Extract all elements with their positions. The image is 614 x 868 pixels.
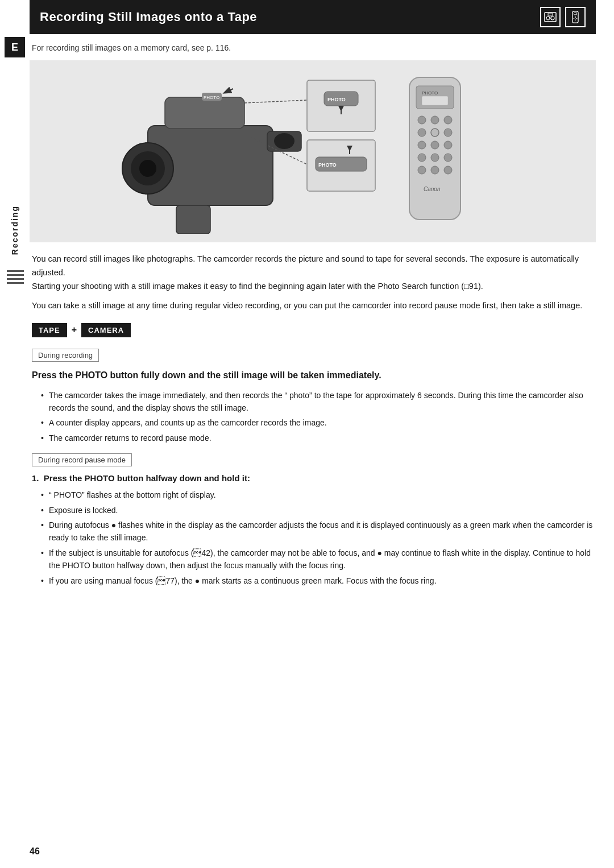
- plus-symbol: +: [72, 325, 77, 335]
- recording-label: Recording: [10, 205, 19, 255]
- svg-rect-38: [422, 96, 448, 105]
- during-pause-bullets: “ PHOTO” flashes at the bottom right of …: [30, 489, 596, 587]
- svg-text:Canon: Canon: [424, 186, 441, 192]
- svg-line-33: [244, 100, 307, 103]
- svg-point-51: [418, 166, 426, 174]
- svg-rect-18: [176, 205, 210, 234]
- tape-badge: TAPE: [32, 323, 67, 337]
- during-pause-heading: 1. Press the PHOTO button halfway down a…: [30, 473, 596, 483]
- reference-text: For recording still images on a memory c…: [30, 43, 596, 52]
- badge-row: TAPE + CAMERA: [32, 323, 596, 337]
- svg-point-2: [551, 16, 554, 20]
- pause-bullet-2: Exposure is locked.: [41, 504, 596, 516]
- body-paragraph-1: You can record still images like photogr…: [30, 253, 596, 294]
- svg-rect-0: [545, 13, 556, 22]
- svg-point-1: [546, 16, 550, 20]
- pause-bullet-1: “ PHOTO” flashes at the bottom right of …: [41, 489, 596, 501]
- svg-point-50: [444, 154, 452, 162]
- bullet-item-1: The camcorder takes the image immediatel…: [41, 389, 596, 415]
- svg-line-22: [225, 89, 233, 93]
- left-sidebar: E Recording: [0, 31, 30, 828]
- svg-point-7: [575, 16, 576, 18]
- sidebar-lines: [7, 270, 24, 284]
- during-recording-section: During recording Press the PHOTO button …: [30, 349, 596, 445]
- svg-text:PHOTO: PHOTO: [327, 97, 346, 102]
- e-badge: E: [5, 37, 25, 57]
- svg-point-16: [274, 133, 294, 149]
- page-number: 46: [30, 846, 40, 857]
- svg-point-48: [418, 154, 426, 162]
- svg-point-8: [574, 18, 575, 19]
- during-recording-label: During recording: [32, 349, 99, 362]
- bullet-item-3: The camcorder returns to record pause mo…: [41, 432, 596, 444]
- pause-bullet-5: If you are using manual focus (77), the…: [41, 574, 596, 587]
- svg-point-43: [431, 129, 439, 137]
- sidebar-line-4: [7, 282, 24, 284]
- svg-point-45: [418, 141, 426, 149]
- sidebar-line-2: [7, 274, 24, 276]
- during-pause-label: During record pause mode: [32, 453, 132, 466]
- svg-point-44: [444, 129, 452, 137]
- svg-point-40: [431, 116, 439, 124]
- main-content: Recording Still Images onto a Tape: [30, 0, 614, 619]
- during-pause-section: During record pause mode 1. Press the PH…: [30, 453, 596, 587]
- svg-rect-17: [165, 97, 244, 129]
- page-container: E Recording Recording Still Images onto …: [0, 0, 614, 868]
- page-title: Recording Still Images onto a Tape: [40, 10, 257, 24]
- svg-point-53: [444, 166, 452, 174]
- svg-point-39: [418, 116, 426, 124]
- svg-point-10: [575, 19, 576, 20]
- sidebar-line-1: [7, 270, 24, 272]
- during-recording-bullets: The camcorder takes the image immediatel…: [30, 389, 596, 445]
- svg-point-41: [444, 116, 452, 124]
- bullet-item-2: A counter display appears, and counts up…: [41, 416, 596, 429]
- body-paragraph-2: You can take a still image at any time d…: [30, 299, 596, 313]
- image-area: PHOTO PHOTO: [30, 60, 596, 242]
- svg-point-49: [431, 154, 439, 162]
- svg-point-14: [139, 160, 156, 177]
- during-recording-heading: Press the PHOTO button fully down and th…: [30, 369, 596, 382]
- svg-rect-6: [574, 13, 576, 14]
- pause-bullet-3: During autofocus ● flashes white in the …: [41, 519, 596, 544]
- svg-text:PHOTO: PHOTO: [204, 95, 219, 100]
- svg-point-47: [444, 141, 452, 149]
- svg-text:PHOTO: PHOTO: [318, 162, 337, 168]
- pause-bullet-4: If the subject is unsuitable for autofoc…: [41, 547, 596, 572]
- svg-point-9: [576, 18, 578, 19]
- sidebar-line-3: [7, 278, 24, 280]
- svg-rect-4: [548, 13, 553, 16]
- svg-text:PHOTO: PHOTO: [422, 90, 438, 96]
- camera-badge: CAMERA: [81, 323, 131, 337]
- tape-mode-icon: [540, 7, 561, 27]
- svg-point-52: [431, 166, 439, 174]
- svg-point-46: [431, 141, 439, 149]
- title-icons: [540, 7, 586, 27]
- camcorder-illustration: PHOTO PHOTO: [30, 60, 596, 242]
- svg-point-42: [418, 129, 426, 137]
- title-bar: Recording Still Images onto a Tape: [30, 0, 596, 34]
- remote-icon: [565, 7, 586, 27]
